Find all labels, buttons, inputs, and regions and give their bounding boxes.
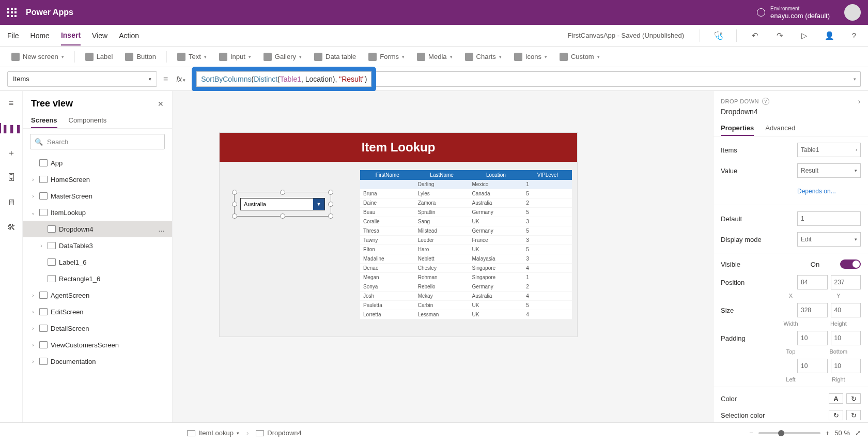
insert-text-menu[interactable]: Text▾ [173,51,211,63]
zoom-in-button[interactable]: + [826,429,830,437]
help-icon[interactable]: ? [847,31,861,40]
rectangle-icon [48,275,56,282]
insert-button-button[interactable]: Button [121,51,160,63]
breadcrumb-screen[interactable]: ItemLookup▾ [187,429,239,437]
tab-screens[interactable]: Screens [31,113,57,128]
prop-width-input[interactable]: 328 [797,303,828,317]
app-canvas[interactable]: Item Lookup Australia ▼ FirstNameLastNam… [173,91,713,422]
font-color-swatch[interactable]: A [829,393,843,404]
divider [736,29,737,42]
fill-color-swatch[interactable]: ↻ [846,393,861,404]
menu-insert[interactable]: Insert [61,26,81,45]
app-launcher-icon[interactable] [7,8,17,17]
play-icon[interactable]: ▷ [798,31,811,40]
zoom-slider[interactable] [758,432,820,434]
product-name: Power Apps [26,8,73,17]
insert-custom-menu[interactable]: Custom▾ [555,51,604,63]
prop-y-input[interactable]: 237 [831,275,861,289]
insert-gallery-label: Gallery [275,53,296,60]
tree-item-itemlookup[interactable]: ⌄ItemLookup [23,204,172,221]
tab-advanced[interactable]: Advanced [765,121,795,136]
dropdown-control[interactable]: Australia ▼ [240,198,325,210]
tree-item-agentscreen[interactable]: ›AgentScreen [23,287,172,303]
menu-view[interactable]: View [92,26,107,45]
insert-charts-menu[interactable]: Charts▾ [461,51,506,63]
prop-x-input[interactable]: 84 [797,275,828,289]
tab-components[interactable]: Components [69,113,107,128]
insert-gallery-menu[interactable]: Gallery▾ [259,51,306,63]
insert-media-menu[interactable]: Media▾ [413,51,456,63]
insert-input-menu[interactable]: Input▾ [215,51,255,63]
formula-input[interactable]: SortByColumns(Distinct(Table1, Location)… [196,71,371,87]
media-pane-icon[interactable]: 🖥 [6,197,17,208]
tree-item-editscreen[interactable]: ›EditScreen [23,303,172,320]
data-pane-icon[interactable]: 🗄 [6,173,17,183]
tree-item-datatable3[interactable]: ›DataTable3 [23,237,172,254]
panel-category: DROP DOWN [721,98,759,104]
table-row: MadalineNeblettMalayasia3 [360,254,572,264]
property-selector[interactable]: Items▾ [7,71,157,87]
prop-padding-label: Padding [721,334,793,342]
undo-icon[interactable]: ↶ [748,31,762,40]
insert-label-button[interactable]: Label [81,51,117,63]
prop-height-input[interactable]: 40 [831,303,861,317]
prop-value-input[interactable]: Result▾ [797,163,861,178]
selection-color-swatch[interactable]: ↻ [829,410,843,420]
insert-forms-menu[interactable]: Forms▾ [364,51,409,63]
collapse-panel-icon[interactable]: › [858,97,861,105]
user-avatar[interactable] [844,4,861,21]
insert-icons-menu[interactable]: Icons▾ [510,51,551,63]
prop-visible-label: Visible [721,261,793,268]
environment-selector[interactable]: Environment enayu.com (default) [770,5,830,20]
tree-item-label1-6[interactable]: Label1_6 [23,254,172,270]
tree-item-masterscreen[interactable]: ›MasterScreen [23,188,172,204]
tree-item-viewcustomersscreen[interactable]: ›ViewCustomersScreen [23,337,172,353]
tree-item-detailscreen[interactable]: ›DetailScreen [23,320,172,337]
help-icon[interactable]: ? [762,98,769,105]
visible-toggle[interactable] [840,259,861,269]
zoom-out-button[interactable]: − [749,429,753,437]
selection-fill-swatch[interactable]: ↻ [846,410,861,420]
insert-pane-icon[interactable]: ＋ [6,148,17,158]
hamburger-icon[interactable]: ≡ [6,98,17,109]
new-screen-button[interactable]: New screen▾ [7,51,68,63]
prop-default-input[interactable]: 1 [797,211,861,226]
prop-displaymode-input[interactable]: Edit▾ [797,232,861,247]
tree-item-documentation[interactable]: ›Documentation [23,353,172,370]
redo-icon[interactable]: ↷ [773,31,786,40]
prop-padtop-input[interactable]: 10 [797,331,828,345]
charts-icon [465,53,473,61]
icons-icon [514,53,522,61]
app-checker-icon[interactable]: 🩺 [711,31,725,40]
formula-expand[interactable]: ▾ [376,71,861,87]
text-icon [177,53,185,61]
tree-label: Label1_6 [59,258,87,266]
depends-on-link[interactable]: Depends on... [797,184,861,198]
prop-padleft-input[interactable]: 10 [797,359,828,373]
screen-icon [39,292,48,299]
tree-item-app[interactable]: App [23,155,172,171]
share-icon[interactable]: 👤 [823,31,836,40]
menu-home[interactable]: Home [30,26,50,45]
tree-item-dropdown4[interactable]: Dropdown4… [23,221,172,237]
tree-item-rectangle1-6[interactable]: Rectangle1_6 [23,270,172,287]
insert-datatable-button[interactable]: Data table [310,51,360,63]
tree-view-icon[interactable]: ❚❚❚ [0,123,23,133]
breadcrumb-control[interactable]: Dropdown4 [256,429,302,437]
advanced-tools-icon[interactable]: 🛠 [6,222,17,233]
dropdown-icon [256,430,264,436]
menu-action[interactable]: Action [119,26,139,45]
tree-item-homescreen[interactable]: ›HomeScreen [23,171,172,188]
close-tree-icon[interactable]: ✕ [158,100,164,108]
tree-search-input[interactable]: 🔍 Search [30,134,165,149]
more-menu-icon[interactable]: … [158,225,166,233]
tab-properties[interactable]: Properties [721,121,754,136]
table-row: BrunaLylesCanada5 [360,189,572,198]
dropdown-value: Australia [244,201,266,207]
prop-padright-input[interactable]: 10 [831,359,861,373]
prop-items-input[interactable]: Table1› [797,143,861,157]
prop-padbottom-input[interactable]: 10 [831,331,861,345]
menu-file[interactable]: File [7,26,19,45]
fx-button[interactable]: fx▾ [174,75,188,83]
fit-to-window-icon[interactable]: ⤢ [855,429,861,437]
